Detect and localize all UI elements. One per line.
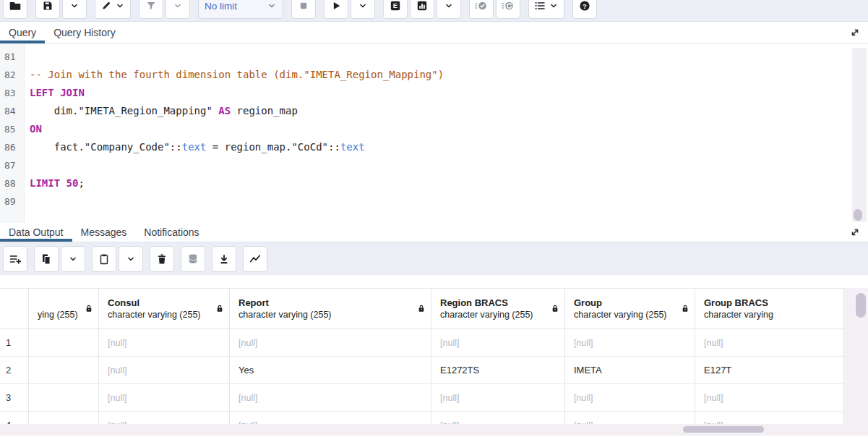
cell[interactable]: [null] (99, 384, 230, 412)
table-row-3: 3[null][null][null][null][null] (0, 384, 844, 412)
copy-rows-button[interactable] (34, 246, 59, 272)
graph-visualiser-button[interactable] (243, 246, 267, 272)
rollback-button[interactable] (496, 0, 520, 19)
paste-icon (98, 253, 110, 265)
explain-options-button[interactable] (437, 0, 461, 19)
code-line-86[interactable]: 86 fact."Company_Code"::text = region_ma… (0, 138, 868, 156)
code-line-81[interactable]: 81 (0, 48, 868, 66)
column-header-group-bracs[interactable]: Group BRACScharacter varying (695, 288, 844, 329)
tab-messages[interactable]: Messages (72, 223, 136, 242)
grid-select-all-corner[interactable] (0, 288, 29, 329)
lock-icon (417, 304, 426, 313)
code-line-89[interactable]: 89 (0, 192, 868, 211)
filter-button[interactable] (139, 0, 163, 19)
results-toolbar (0, 242, 868, 275)
cell[interactable]: [null] (99, 357, 230, 384)
commit-button[interactable] (469, 0, 494, 19)
column-header-clipped[interactable]: ying (255) (29, 288, 99, 329)
help-button[interactable]: ? (572, 0, 597, 19)
code-line-85[interactable]: 85ON (0, 120, 868, 138)
grid-vscroll-thumb[interactable] (856, 293, 866, 318)
explain-analyze-button[interactable] (410, 0, 434, 19)
grid-vscroll-track[interactable] (844, 288, 868, 424)
code-line-88[interactable]: 88LIMIT 50; (0, 174, 868, 192)
cell[interactable]: E127T (695, 357, 844, 384)
cell[interactable] (29, 384, 99, 412)
cell[interactable]: [null] (431, 329, 565, 357)
tab-data-output-label: Data Output (9, 226, 64, 238)
folder-icon (9, 0, 21, 12)
editor-vscroll-thumb[interactable] (854, 209, 862, 221)
cell[interactable]: [null] (695, 384, 844, 412)
cell[interactable]: Yes (230, 357, 431, 384)
cell[interactable]: IMETA (565, 357, 695, 384)
chevron-down-icon (68, 254, 78, 264)
column-header-consul[interactable]: Consulcharacter varying (255) (99, 288, 230, 329)
cancel-query-button[interactable] (291, 0, 316, 19)
cell[interactable]: [null] (565, 384, 695, 412)
row-number[interactable]: 2 (0, 357, 29, 384)
copy-options-button[interactable] (61, 246, 85, 272)
column-header-group[interactable]: Groupcharacter varying (255) (565, 288, 695, 329)
code-line-82[interactable]: 82-- Join with the fourth dimension tabl… (0, 66, 868, 84)
cell[interactable] (29, 357, 99, 384)
tab-query[interactable]: Query (0, 22, 45, 43)
cell[interactable]: [null] (230, 384, 431, 412)
delete-rows-button[interactable] (150, 246, 174, 272)
explain-button[interactable]: E (383, 0, 408, 19)
line-number: 86 (0, 138, 25, 156)
lock-icon (85, 304, 93, 313)
code-text (25, 48, 30, 66)
line-number: 82 (0, 66, 25, 84)
execute-query-button[interactable] (324, 0, 348, 19)
line-number: 84 (0, 102, 25, 120)
column-header-region-bracs[interactable]: Region BRACScharacter varying (255) (431, 288, 565, 329)
cell[interactable]: [null] (565, 329, 695, 357)
line-number: 88 (0, 174, 25, 192)
cell[interactable]: [null] (431, 384, 565, 412)
editor-vscroll-track[interactable] (852, 48, 867, 222)
tab-data-output[interactable]: Data Output (0, 223, 72, 242)
editor-maximize-button[interactable] (849, 27, 861, 38)
cell[interactable]: [null] (99, 329, 230, 357)
chevron-down-icon (115, 1, 125, 11)
query-toolbar: No limitE? (0, 0, 868, 22)
cell[interactable]: [null] (230, 329, 431, 357)
save-results-to-file-button[interactable] (212, 246, 236, 272)
code-line-84[interactable]: 84 dim."IMETA_Region_Mapping" AS region_… (0, 102, 868, 120)
tab-notifications[interactable]: Notifications (135, 223, 207, 242)
filter-options-button[interactable] (166, 0, 190, 19)
results-maximize-button[interactable] (849, 226, 861, 238)
grid-hscroll-track[interactable] (0, 424, 868, 436)
paste-options-button[interactable] (119, 246, 143, 272)
save-data-changes-button[interactable] (181, 246, 205, 272)
cell[interactable]: E1272TS (431, 357, 565, 384)
code-text (25, 192, 30, 211)
line-number: 81 (0, 48, 25, 66)
code-line-83[interactable]: 83LEFT JOIN (0, 84, 868, 102)
column-type: character varying (255) (239, 310, 332, 320)
tab-query-history[interactable]: Query History (45, 22, 124, 43)
sql-editor[interactable]: 8182-- Join with the fourth dimension ta… (0, 44, 868, 223)
execute-options-button[interactable] (351, 0, 375, 19)
rollback-icon (502, 0, 515, 12)
paste-rows-button[interactable] (92, 246, 116, 272)
svg-text:E: E (393, 1, 398, 9)
save-file-button[interactable] (35, 0, 60, 19)
row-number[interactable]: 1 (0, 329, 29, 357)
chevron-down-icon (267, 1, 277, 11)
tab-query-label: Query (9, 27, 36, 38)
add-row-button[interactable] (3, 246, 27, 272)
column-header-report[interactable]: Reportcharacter varying (255) (230, 288, 431, 329)
cell[interactable] (29, 329, 99, 357)
cell[interactable]: [null] (695, 329, 844, 357)
edit-menu-button[interactable] (95, 0, 131, 19)
save-file-options-button[interactable] (62, 0, 87, 19)
code-line-87[interactable]: 87 (0, 156, 868, 174)
macros-button[interactable] (528, 0, 564, 19)
open-file-button[interactable] (3, 0, 27, 19)
row-limit-select[interactable]: No limit (198, 0, 283, 19)
row-number[interactable]: 3 (0, 384, 29, 412)
code-text: ON (25, 120, 42, 138)
grid-hscroll-thumb[interactable] (683, 426, 764, 433)
